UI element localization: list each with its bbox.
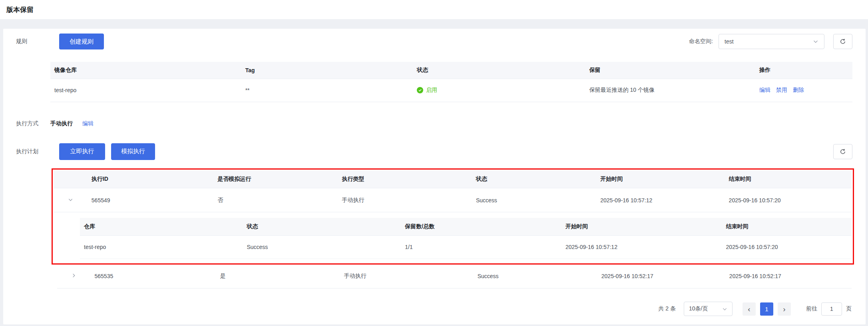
- rule-edit-link[interactable]: 编辑: [759, 87, 770, 94]
- create-rule-button[interactable]: 创建规则: [59, 34, 104, 49]
- namespace-label: 命名空间:: [689, 38, 713, 45]
- goto-page-input[interactable]: [821, 302, 842, 316]
- col-header-detail-start: 开始时间: [561, 218, 722, 235]
- col-header-tag: Tag: [241, 62, 413, 79]
- rule-delete-link[interactable]: 删除: [793, 87, 804, 94]
- plan-refresh-button[interactable]: [833, 144, 852, 159]
- exec-id-cell: 565535: [90, 265, 216, 288]
- expand-row-icon[interactable]: [71, 273, 76, 278]
- rules-table: 镜像仓库 Tag 状态 保留 操作 test-repo **: [50, 62, 852, 102]
- collapse-row-icon[interactable]: [68, 197, 73, 202]
- page-title: 版本保留: [6, 5, 34, 14]
- exec-start-cell: 2025-09-16 10:57:12: [596, 188, 725, 212]
- detail-ratio-cell: 1/1: [401, 235, 561, 259]
- col-header-end-time: 结束时间: [725, 171, 852, 188]
- pagination-total: 共 2 条: [658, 305, 676, 312]
- chevron-down-icon: [813, 39, 818, 44]
- goto-label: 前往: [806, 305, 817, 312]
- exec-type-cell: 手动执行: [338, 188, 472, 212]
- col-header-expand: [54, 171, 88, 188]
- rule-actions-cell: 编辑 禁用 删除: [755, 79, 852, 102]
- col-header-exec-type: 执行类型: [338, 171, 472, 188]
- exec-id-cell: 565549: [88, 188, 213, 212]
- next-page-button[interactable]: ›: [778, 302, 791, 316]
- exec-type-cell: 手动执行: [340, 265, 474, 288]
- col-header-exec-status: 状态: [472, 171, 596, 188]
- exec-end-cell: 2025-09-16 10:52:17: [725, 265, 852, 288]
- page-size-select[interactable]: 10条/页: [684, 302, 733, 316]
- execution-row-565535: 565535 是 手动执行 Success 2025-09-16 10:52:1…: [57, 265, 852, 288]
- exec-dry-run-cell: 否: [213, 188, 338, 212]
- highlight-red-border: 执行ID 是否模拟运行 执行类型 状态 开始时间 结束时间 565549: [52, 168, 854, 265]
- title-bar: 版本保留: [0, 0, 868, 19]
- col-header-dry-run: 是否模拟运行: [213, 171, 338, 188]
- rule-status-cell: 启用: [413, 79, 585, 102]
- status-check-icon: [417, 87, 423, 93]
- exec-dry-run-cell: 是: [216, 265, 340, 288]
- rule-retention-cell: 保留最近推送的 10 个镜像: [585, 79, 755, 102]
- execution-mode-edit-link[interactable]: 编辑: [82, 120, 94, 127]
- rule-disable-link[interactable]: 禁用: [776, 87, 787, 94]
- namespace-select[interactable]: test: [719, 34, 824, 49]
- col-header-detail-status: 状态: [243, 218, 401, 235]
- refresh-icon: [840, 38, 846, 45]
- execution-detail-row: 仓库 状态 保留数/总数 开始时间 结束时间 test-repo: [54, 212, 852, 262]
- col-header-detail-ratio: 保留数/总数: [401, 218, 561, 235]
- pagination: 共 2 条 10条/页 ‹ 1 › 前往 页: [3, 302, 852, 316]
- execution-mode-value: 手动执行: [50, 120, 73, 127]
- execution-detail-table: 仓库 状态 保留数/总数 开始时间 结束时间 test-repo: [80, 218, 852, 259]
- main-card: 规则 创建规则 命名空间: test: [3, 29, 866, 324]
- col-header-actions: 操作: [755, 62, 852, 79]
- rule-table-row: test-repo ** 启用 保留最近推送的 10 个镜像 编辑: [50, 79, 852, 102]
- detail-status-cell: Success: [243, 235, 401, 259]
- exec-status-cell: Success: [474, 265, 597, 288]
- chevron-down-icon: [722, 306, 727, 312]
- dry-run-button[interactable]: 模拟执行: [111, 143, 155, 160]
- rules-refresh-button[interactable]: [833, 34, 852, 49]
- executions-table: 执行ID 是否模拟运行 执行类型 状态 开始时间 结束时间 565549: [54, 171, 852, 262]
- namespace-selected-value: test: [725, 38, 734, 45]
- rules-table-header-row: 镜像仓库 Tag 状态 保留 操作: [50, 62, 852, 79]
- rules-label: 规则: [16, 38, 50, 45]
- exec-start-cell: 2025-09-16 10:52:17: [597, 265, 725, 288]
- col-header-retention: 保留: [585, 62, 755, 79]
- col-header-repo: 镜像仓库: [50, 62, 241, 79]
- col-header-exec-id: 执行ID: [88, 171, 213, 188]
- execution-plan-label: 执行计划: [16, 148, 50, 155]
- executions-header-row: 执行ID 是否模拟运行 执行类型 状态 开始时间 结束时间: [54, 171, 852, 188]
- executions-table-tail: 565535 是 手动执行 Success 2025-09-16 10:52:1…: [57, 265, 852, 289]
- chevron-left-icon: ‹: [748, 305, 750, 313]
- page-size-value: 10条/页: [689, 305, 708, 312]
- chevron-right-icon: ›: [783, 305, 785, 313]
- exec-end-cell: 2025-09-16 10:57:20: [725, 188, 852, 212]
- detail-end-cell: 2025-09-16 10:57:20: [722, 235, 852, 259]
- rule-repo-cell: test-repo: [50, 79, 241, 102]
- exec-status-cell: Success: [472, 188, 596, 212]
- rule-tag-cell: **: [241, 79, 413, 102]
- col-header-detail-repo: 仓库: [80, 218, 243, 235]
- detail-start-cell: 2025-09-16 10:57:12: [561, 235, 722, 259]
- page-1-button[interactable]: 1: [760, 302, 773, 316]
- execution-mode-label: 执行方式: [16, 120, 50, 127]
- status-enabled-text: 启用: [426, 87, 437, 94]
- detail-repo-cell: test-repo: [80, 235, 243, 259]
- goto-page-suffix: 页: [846, 305, 852, 312]
- run-now-button[interactable]: 立即执行: [59, 143, 105, 160]
- col-header-detail-end: 结束时间: [722, 218, 852, 235]
- refresh-icon: [840, 148, 846, 155]
- detail-header-row: 仓库 状态 保留数/总数 开始时间 结束时间: [80, 218, 852, 235]
- col-header-status: 状态: [413, 62, 585, 79]
- prev-page-button[interactable]: ‹: [743, 302, 756, 316]
- detail-row: test-repo Success 1/1 2025-09-16 10:57:1…: [80, 235, 852, 259]
- execution-row-565549: 565549 否 手动执行 Success 2025-09-16 10:57:1…: [54, 188, 852, 212]
- col-header-start-time: 开始时间: [596, 171, 725, 188]
